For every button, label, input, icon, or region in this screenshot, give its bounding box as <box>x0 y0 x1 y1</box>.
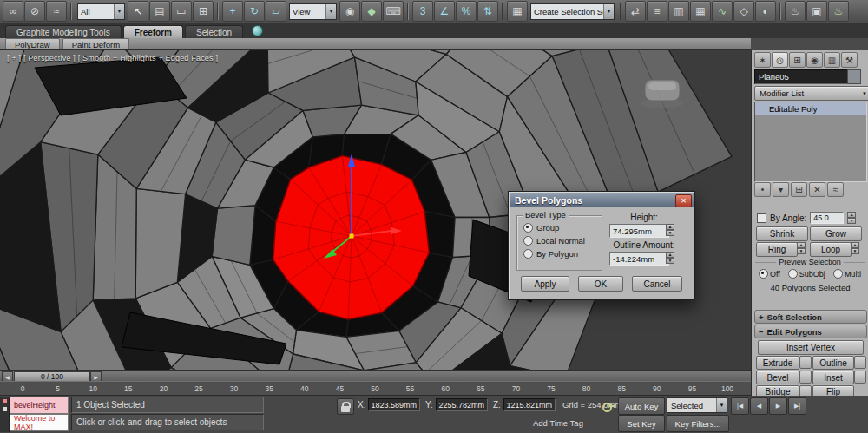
select-by-name-icon[interactable]: ▤ <box>149 1 170 22</box>
tab-graphite-modeling-tools[interactable]: Graphite Modeling Tools <box>5 25 122 38</box>
select-and-move-icon[interactable]: + <box>222 1 243 22</box>
play-button[interactable]: ▶ <box>769 397 787 415</box>
material-editor-icon[interactable]: ◐ <box>755 1 776 22</box>
by-angle-checkbox[interactable] <box>757 213 766 223</box>
track-bar[interactable]: 0510152025303540455055606570758085909510… <box>0 381 751 396</box>
radio-icon[interactable] <box>523 223 533 233</box>
viewport-label[interactable]: [ + ] [ Perspective ] [ Smooth + Highlig… <box>7 54 218 62</box>
key-mode-dropdown[interactable]: Selected ▼ <box>667 397 727 413</box>
inset-settings-icon[interactable] <box>854 371 866 384</box>
mirror-icon[interactable]: ⇄ <box>625 1 646 22</box>
by-angle-field[interactable]: 45.0 <box>810 212 844 224</box>
angle-snap-icon[interactable]: ∠ <box>434 1 455 22</box>
insert-vertex-button[interactable]: Insert Vertex <box>758 340 864 355</box>
named-selection-dropdown[interactable]: Create Selection Se▼ <box>530 3 615 20</box>
previous-frame-button[interactable]: ◀ <box>750 397 768 415</box>
tab-modify[interactable]: ◎ <box>772 52 788 68</box>
height-field[interactable]: 74.295mm <box>609 224 669 238</box>
selection-region-icon[interactable]: ▭ <box>171 1 192 22</box>
go-to-start-button[interactable]: |◀ <box>731 397 749 415</box>
select-object-icon[interactable]: ↖ <box>128 1 148 22</box>
maxscript-listener-line[interactable]: Welcome to MAX! <box>10 414 69 431</box>
time-slider[interactable]: ◀ 0 / 100 ▶ <box>0 370 751 381</box>
viewcube-icon[interactable] <box>638 75 687 109</box>
bevel-settings-icon[interactable] <box>799 371 812 384</box>
outline-button[interactable]: Outline <box>812 356 854 370</box>
outline-settings-icon[interactable] <box>854 356 866 369</box>
bind-to-spacewarp-icon[interactable]: ≈ <box>46 1 67 22</box>
spinner-snap-icon[interactable]: ⇅ <box>477 1 498 22</box>
y-coordinate-field[interactable]: 2255.782mm <box>436 398 488 411</box>
loop-spinner[interactable]: ▲▼ <box>851 242 859 254</box>
close-icon[interactable]: ✕ <box>675 194 692 207</box>
radio-local-normal[interactable]: Local Normal <box>517 234 602 247</box>
shrink-button[interactable]: Shrink <box>756 226 808 241</box>
unlink-selection-icon[interactable]: ⊘ <box>24 1 45 22</box>
object-name-field[interactable]: Plane05 <box>754 69 850 84</box>
auto-key-button[interactable]: Auto Key <box>618 397 665 415</box>
modifier-stack[interactable]: Editable Poly <box>754 102 867 182</box>
preview-multi-radio[interactable]: Multi <box>833 269 861 279</box>
x-coordinate-field[interactable]: 1823.589mm <box>368 398 420 411</box>
edit-named-selections-icon[interactable]: ▦ <box>507 1 528 22</box>
percent-snap-icon[interactable]: % <box>456 1 477 22</box>
outline-amount-field[interactable]: -14.224mm <box>609 252 669 266</box>
tab-selection[interactable]: Selection <box>185 25 243 38</box>
ribbon-config-icon[interactable] <box>252 25 263 36</box>
tab-paint-deform[interactable]: Paint Deform <box>62 38 129 49</box>
tab-display[interactable]: ▥ <box>824 52 840 68</box>
layer-manager-icon[interactable]: ▥ <box>668 1 689 22</box>
tab-create[interactable]: ✶ <box>754 52 771 68</box>
object-color-swatch[interactable] <box>847 69 861 84</box>
maxscript-listener-gutter[interactable] <box>0 397 10 432</box>
radio-icon[interactable] <box>523 236 533 246</box>
configure-modifier-sets-icon[interactable]: ≈ <box>827 182 844 197</box>
stack-item-editable-poly[interactable]: Editable Poly <box>755 102 866 115</box>
radio-by-polygon[interactable]: By Polygon <box>517 247 602 260</box>
render-setup-icon[interactable]: ♨ <box>785 1 806 22</box>
snap-toggle-3d-icon[interactable]: 3 <box>412 1 433 22</box>
ok-button[interactable]: OK <box>578 276 623 292</box>
keyboard-override-icon[interactable]: ⌨ <box>383 1 404 22</box>
selection-filter-dropdown[interactable]: All▼ <box>77 3 125 20</box>
window-crossing-icon[interactable]: ⊞ <box>193 1 214 22</box>
pin-stack-icon[interactable]: • <box>754 182 771 197</box>
edit-polygons-rollout[interactable]: −Edit Polygons <box>754 325 867 338</box>
grow-button[interactable]: Grow <box>810 226 862 241</box>
inset-button[interactable]: Inset <box>812 371 854 384</box>
tab-freeform[interactable]: Freeform <box>123 25 183 38</box>
select-and-scale-icon[interactable]: ▱ <box>266 1 286 22</box>
gizmo-center[interactable] <box>350 234 354 239</box>
soft-selection-rollout[interactable]: +Soft Selection <box>754 310 867 324</box>
reference-coordinate-dropdown[interactable]: View▼ <box>289 3 337 20</box>
render-production-icon[interactable]: ♨ <box>828 1 849 22</box>
bevel-button[interactable]: Bevel <box>756 371 799 384</box>
select-and-rotate-icon[interactable]: ↻ <box>244 1 265 22</box>
tab-utilities[interactable]: ⚒ <box>841 52 858 68</box>
align-icon[interactable]: ≡ <box>647 1 667 22</box>
preview-subobj-radio[interactable]: SubObj <box>788 269 825 279</box>
use-pivot-center-icon[interactable]: ◉ <box>339 1 360 22</box>
dialog-title-bar[interactable]: Bevel Polygons <box>510 193 694 207</box>
graphite-ribbon-icon[interactable]: ▦ <box>690 1 711 22</box>
make-unique-icon[interactable]: ⊞ <box>791 182 807 197</box>
go-to-end-button[interactable]: ▶| <box>788 397 806 415</box>
cancel-button[interactable]: Cancel <box>632 276 682 292</box>
height-spinner[interactable]: ▲▼ <box>666 224 674 236</box>
outline-spinner[interactable]: ▲▼ <box>666 252 674 264</box>
by-angle-spinner[interactable]: ▲▼ <box>847 212 856 224</box>
macro-recorder-line[interactable]: bevelHeight <box>10 397 69 414</box>
extrude-settings-icon[interactable] <box>799 356 812 369</box>
preview-off-radio[interactable]: Off <box>759 269 780 279</box>
select-and-manipulate-icon[interactable]: ◆ <box>361 1 382 22</box>
tab-polydraw[interactable]: PolyDraw <box>5 38 60 49</box>
tab-hierarchy[interactable]: ⊞ <box>789 52 806 68</box>
add-time-tag[interactable]: Add Time Tag <box>533 418 583 428</box>
radio-icon[interactable] <box>523 249 533 259</box>
ring-button[interactable]: Ring <box>756 242 798 257</box>
key-filters-button[interactable]: Key Filters... <box>667 415 729 432</box>
loop-button[interactable]: Loop <box>810 242 852 257</box>
curve-editor-icon[interactable]: ∿ <box>712 1 733 22</box>
select-and-link-icon[interactable]: ∞ <box>3 1 23 22</box>
tab-motion[interactable]: ◉ <box>806 52 823 68</box>
